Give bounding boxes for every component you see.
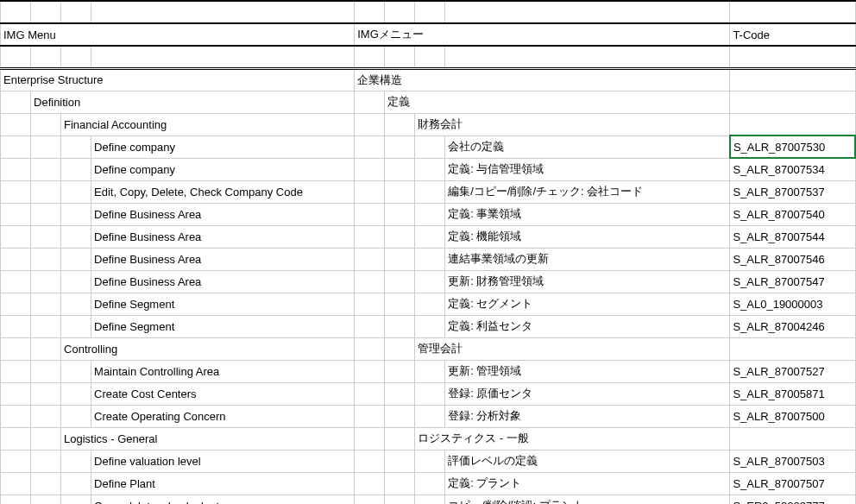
indent-cell[interactable] (415, 248, 445, 270)
indent-cell[interactable] (31, 203, 61, 225)
indent-cell[interactable] (355, 91, 385, 113)
indent-cell[interactable] (385, 203, 415, 225)
indent-cell[interactable] (31, 135, 61, 158)
indent-cell[interactable] (61, 405, 91, 427)
indent-cell[interactable] (1, 405, 31, 427)
indent-cell[interactable] (355, 180, 385, 203)
indent-cell[interactable] (385, 472, 415, 495)
menu-item-jp[interactable]: 定義: セグメント (445, 293, 730, 315)
tcode-cell[interactable]: S_ALR_87007547 (730, 270, 855, 293)
spreadsheet-grid[interactable]: IMG MenuIMGメニューT-CodeEnterprise Structur… (0, 0, 856, 504)
indent-cell[interactable] (385, 270, 415, 293)
tcode-cell[interactable] (730, 427, 855, 450)
indent-cell[interactable] (385, 382, 415, 405)
tcode-cell[interactable] (730, 113, 855, 135)
header-left[interactable]: IMG Menu (1, 23, 355, 46)
cell[interactable] (415, 46, 445, 68)
indent-cell[interactable] (61, 225, 91, 248)
indent-cell[interactable] (31, 293, 61, 315)
tcode-cell[interactable]: S_ALR_87007507 (730, 472, 855, 495)
menu-item-en[interactable]: Define company (91, 158, 355, 180)
menu-item-en[interactable]: Define Business Area (91, 203, 355, 225)
indent-cell[interactable] (1, 495, 31, 504)
cell[interactable] (31, 1, 61, 23)
indent-cell[interactable] (61, 203, 91, 225)
indent-cell[interactable] (385, 360, 415, 382)
indent-cell[interactable] (355, 270, 385, 293)
indent-cell[interactable] (355, 113, 385, 135)
indent-cell[interactable] (355, 405, 385, 427)
indent-cell[interactable] (415, 180, 445, 203)
menu-item-en[interactable]: Define valuation level (91, 450, 355, 472)
tcode-cell[interactable]: S_ALR_87007503 (730, 450, 855, 472)
indent-cell[interactable] (1, 337, 31, 360)
menu-item-jp[interactable]: ロジスティクス - 一般 (415, 427, 730, 450)
indent-cell[interactable] (1, 293, 31, 315)
indent-cell[interactable] (31, 382, 61, 405)
tcode-cell[interactable]: S_ALR_87007544 (730, 225, 855, 248)
indent-cell[interactable] (415, 225, 445, 248)
tcode-cell[interactable]: S_ALR_87007537 (730, 180, 855, 203)
indent-cell[interactable] (385, 495, 415, 504)
menu-item-jp[interactable]: 定義: プラント (445, 472, 730, 495)
indent-cell[interactable] (1, 158, 31, 180)
menu-item-en[interactable]: Create Cost Centers (91, 382, 355, 405)
menu-item-jp[interactable]: 登録: 原価センタ (445, 382, 730, 405)
menu-item-en[interactable]: Define Business Area (91, 225, 355, 248)
menu-item-en[interactable]: Copy, delete, check plant (91, 495, 355, 504)
indent-cell[interactable] (385, 405, 415, 427)
cell[interactable] (445, 46, 730, 68)
tcode-cell[interactable] (730, 91, 855, 113)
indent-cell[interactable] (31, 315, 61, 337)
indent-cell[interactable] (31, 337, 61, 360)
menu-item-jp[interactable]: 企業構造 (355, 68, 730, 91)
cell[interactable] (91, 46, 355, 68)
indent-cell[interactable] (415, 135, 445, 158)
cell[interactable] (1, 46, 31, 68)
indent-cell[interactable] (355, 450, 385, 472)
tcode-cell[interactable]: S_ALR_87004246 (730, 315, 855, 337)
indent-cell[interactable] (1, 135, 31, 158)
cell[interactable] (730, 46, 855, 68)
indent-cell[interactable] (31, 225, 61, 248)
indent-cell[interactable] (355, 248, 385, 270)
cell[interactable] (355, 46, 385, 68)
indent-cell[interactable] (355, 135, 385, 158)
cell[interactable] (415, 1, 445, 23)
indent-cell[interactable] (31, 450, 61, 472)
menu-item-en[interactable]: Edit, Copy, Delete, Check Company Code (91, 180, 355, 203)
cell[interactable] (31, 46, 61, 68)
menu-item-jp[interactable]: 定義: 利益センタ (445, 315, 730, 337)
indent-cell[interactable] (415, 158, 445, 180)
tcode-cell[interactable]: S_ALR_87007546 (730, 248, 855, 270)
tcode-cell[interactable]: S_ER9_52003777 (730, 495, 855, 504)
indent-cell[interactable] (415, 360, 445, 382)
tcode-cell[interactable]: S_ALR_87005871 (730, 382, 855, 405)
indent-cell[interactable] (415, 382, 445, 405)
menu-item-jp[interactable]: 編集/コピー/削除/チェック: 会社コード (445, 180, 730, 203)
indent-cell[interactable] (61, 180, 91, 203)
tcode-cell[interactable] (730, 68, 855, 91)
menu-item-jp[interactable]: 財務会計 (415, 113, 730, 135)
indent-cell[interactable] (385, 135, 415, 158)
indent-cell[interactable] (355, 337, 385, 360)
indent-cell[interactable] (1, 472, 31, 495)
indent-cell[interactable] (385, 293, 415, 315)
indent-cell[interactable] (31, 270, 61, 293)
tcode-cell[interactable] (730, 337, 855, 360)
indent-cell[interactable] (355, 158, 385, 180)
indent-cell[interactable] (31, 158, 61, 180)
indent-cell[interactable] (1, 360, 31, 382)
cell[interactable] (61, 46, 91, 68)
menu-item-jp[interactable]: 定義: 事業領域 (445, 203, 730, 225)
indent-cell[interactable] (385, 337, 415, 360)
indent-cell[interactable] (31, 427, 61, 450)
menu-item-en[interactable]: Define Business Area (91, 270, 355, 293)
indent-cell[interactable] (385, 450, 415, 472)
indent-cell[interactable] (61, 293, 91, 315)
indent-cell[interactable] (31, 472, 61, 495)
indent-cell[interactable] (61, 495, 91, 504)
indent-cell[interactable] (355, 472, 385, 495)
menu-item-en[interactable]: Logistics - General (61, 427, 355, 450)
indent-cell[interactable] (31, 360, 61, 382)
